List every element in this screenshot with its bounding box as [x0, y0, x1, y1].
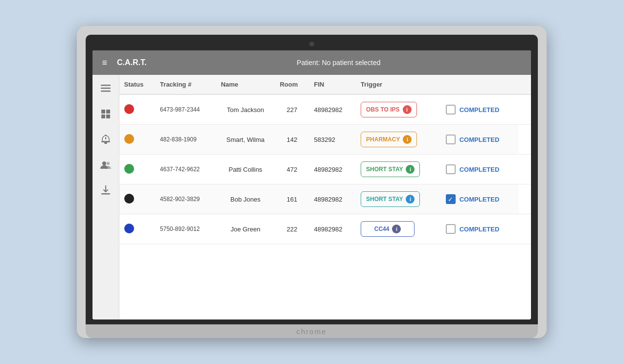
- fin-cell: 48982982: [309, 184, 356, 214]
- fin-cell: 583292: [309, 125, 356, 155]
- screen: ≡ C.A.R.T. Patient: No patient selected: [92, 50, 531, 319]
- fin-cell: 48982982: [309, 94, 356, 125]
- sidebar: [92, 75, 119, 319]
- table-row: 4582-902-3829Bob Jones16148982982 SHORT …: [119, 184, 531, 214]
- room-cell: 222: [275, 214, 309, 244]
- completed-cell: COMPLETED: [441, 155, 519, 184]
- table-row: 6473-987-2344Tom Jackson22748982982 OBS …: [119, 94, 531, 125]
- trigger-label: SHORT STAY: [366, 166, 403, 173]
- trigger-cell: OBS TO IPS i: [356, 94, 441, 125]
- status-cell: [119, 94, 155, 125]
- completed-cell: COMPLETED: [441, 94, 519, 125]
- svg-rect-8: [101, 141, 110, 142]
- room-cell: 227: [275, 94, 309, 125]
- trigger-label: CC44: [374, 226, 390, 232]
- table-row: 4637-742-9622Patti Collins47248982982 SH…: [119, 155, 531, 184]
- svg-rect-10: [105, 137, 106, 139]
- svg-rect-6: [106, 114, 110, 118]
- completed-cell: ✓ COMPLETED: [441, 184, 519, 214]
- name-cell: Joe Green: [216, 214, 275, 244]
- completed-checkbox[interactable]: [446, 135, 456, 144]
- completed-cell: COMPLETED: [441, 214, 519, 244]
- patient-info: Patient: No patient selected: [156, 59, 521, 67]
- sidebar-item-users[interactable]: [98, 157, 114, 173]
- completed-checkbox[interactable]: [446, 105, 456, 114]
- tracking-cell: 4637-742-9622: [155, 155, 216, 184]
- sidebar-item-grid[interactable]: [98, 106, 114, 122]
- room-cell: 161: [275, 184, 309, 214]
- svg-rect-2: [101, 91, 111, 92]
- completed-checkbox[interactable]: ✓: [446, 194, 456, 204]
- status-dot: [124, 164, 134, 174]
- name-cell: Smart, Wilma: [216, 125, 275, 155]
- table-header-row: Status Tracking # Name Room FIN Trigger: [119, 75, 531, 94]
- completed-label: COMPLETED: [460, 196, 500, 203]
- status-cell: [119, 214, 155, 244]
- fin-cell: 48982982: [309, 155, 356, 184]
- trigger-badge[interactable]: CC44 i: [361, 221, 415, 237]
- svg-rect-9: [104, 142, 107, 144]
- main-content: Status Tracking # Name Room FIN Trigger …: [119, 75, 531, 319]
- info-icon[interactable]: i: [403, 135, 412, 144]
- info-icon[interactable]: i: [392, 225, 401, 233]
- info-icon[interactable]: i: [406, 195, 415, 204]
- screen-bezel: ≡ C.A.R.T. Patient: No patient selected: [86, 35, 538, 324]
- trigger-label: SHORT STAY: [366, 196, 403, 203]
- status-dot: [124, 134, 134, 144]
- name-cell: Bob Jones: [216, 184, 275, 214]
- tracking-cell: 5750-892-9012: [155, 214, 216, 244]
- trigger-badge[interactable]: PHARMACY i: [361, 132, 417, 147]
- table-row: 5750-892-9012Joe Green22248982982 CC44 i…: [119, 214, 531, 244]
- col-status: Status: [119, 75, 155, 94]
- status-cell: [119, 125, 155, 155]
- completed-checkbox[interactable]: [446, 224, 456, 234]
- room-cell: 142: [275, 125, 309, 155]
- col-name: Name: [216, 75, 275, 94]
- name-cell: Patti Collins: [216, 155, 275, 184]
- svg-rect-3: [101, 110, 105, 114]
- trigger-badge[interactable]: SHORT STAY i: [361, 161, 420, 177]
- status-dot: [124, 194, 134, 204]
- svg-rect-5: [101, 114, 105, 118]
- trigger-label: PHARMACY: [366, 136, 400, 143]
- info-icon[interactable]: i: [406, 165, 415, 174]
- status-cell: [119, 155, 155, 184]
- tracking-cell: 482-838-1909: [155, 125, 216, 155]
- table-row: 482-838-1909Smart, Wilma142583292 PHARMA…: [119, 125, 531, 155]
- status-cell: [119, 184, 155, 214]
- completed-label: COMPLETED: [460, 106, 500, 114]
- trigger-badge[interactable]: SHORT STAY i: [361, 191, 420, 207]
- fin-cell: 48982982: [309, 214, 356, 244]
- svg-rect-13: [101, 193, 110, 195]
- completed-label: COMPLETED: [460, 136, 500, 143]
- completed-label: COMPLETED: [460, 166, 500, 173]
- trigger-cell: SHORT STAY i: [356, 184, 441, 214]
- camera: [309, 42, 314, 46]
- svg-point-12: [107, 162, 110, 165]
- app-title: C.A.R.T.: [117, 58, 146, 67]
- trigger-badge[interactable]: OBS TO IPS i: [361, 102, 416, 117]
- svg-rect-4: [106, 110, 110, 114]
- chrome-label: chrome: [296, 327, 326, 336]
- app-header: ≡ C.A.R.T. Patient: No patient selected: [92, 50, 531, 75]
- svg-point-11: [102, 161, 106, 165]
- col-trigger: Trigger: [356, 75, 519, 94]
- hamburger-menu-icon[interactable]: ≡: [102, 58, 108, 67]
- sidebar-item-list[interactable]: [98, 81, 114, 96]
- tracking-cell: 6473-987-2344: [155, 94, 216, 125]
- col-tracking: Tracking #: [155, 75, 216, 94]
- app-body: Status Tracking # Name Room FIN Trigger …: [92, 75, 531, 319]
- col-fin: FIN: [309, 75, 356, 94]
- trigger-cell: PHARMACY i: [356, 125, 441, 155]
- info-icon[interactable]: i: [403, 105, 412, 114]
- trigger-cell: CC44 i: [356, 214, 441, 244]
- completed-label: COMPLETED: [460, 226, 500, 233]
- col-room: Room: [275, 75, 309, 94]
- svg-rect-0: [101, 85, 111, 86]
- status-dot: [124, 104, 134, 114]
- laptop-base: chrome: [86, 324, 538, 338]
- sidebar-item-alerts[interactable]: [98, 132, 114, 147]
- sidebar-item-download[interactable]: [98, 182, 114, 198]
- completed-checkbox[interactable]: [446, 164, 456, 174]
- completed-cell: COMPLETED: [441, 125, 519, 155]
